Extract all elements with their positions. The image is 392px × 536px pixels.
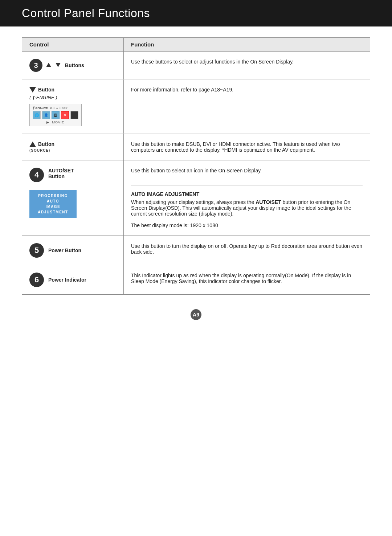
processing-box: PROCESSING AUTO IMAGE ADJUSTMENT — [29, 190, 77, 218]
table-header: Control Function — [22, 38, 370, 52]
fengine-osd-mockup: ƒ·ENGINE ▶ □ ▲ □ SET 🌐 👤 🖼 ✕ ▶ MOVIE — [29, 104, 82, 126]
source-function-text: Use this button to make DSUB, DVI or HDM… — [131, 141, 340, 153]
header-function: Function — [124, 38, 370, 51]
power-indicator-text: This Indicator lights up as red when the… — [131, 273, 351, 284]
header-function-label: Function — [131, 41, 154, 48]
control-source: Button (SOURCE) — [22, 134, 124, 160]
osd-bottom-label: ▶ MOVIE — [33, 120, 78, 124]
function-autoset: Use this button to select an icon in the… — [124, 160, 370, 236]
osd-icon-dark — [70, 111, 78, 119]
sub-row-source: Button (SOURCE) Use this button to make … — [22, 134, 370, 160]
osd-icon-user: 👤 — [42, 111, 50, 119]
osd-icons-row: 🌐 👤 🖼 ✕ — [33, 111, 78, 119]
table-row-4: 4 AUTO/SET Button PROCESSING AUTO IMAGE … — [22, 160, 370, 236]
control-autoset: 4 AUTO/SET Button PROCESSING AUTO IMAGE … — [22, 160, 124, 236]
page-number: A9 — [191, 309, 201, 320]
osd-top-bar: ƒ·ENGINE ▶ □ ▲ □ SET — [33, 106, 78, 110]
fengine-label: ( ƒ·ENGINE ) — [29, 95, 57, 100]
power-button-text: Use this button to turn the display on o… — [131, 243, 362, 255]
table-row-3: 3 Buttons Use these buttons to select or… — [22, 52, 370, 160]
triangle-up-icon — [46, 62, 52, 68]
autoset-button-label: Button — [48, 173, 65, 179]
autoset-intro: Use this button to select an icon in the… — [131, 168, 363, 173]
processing-line2: IMAGE ADJUSTMENT — [38, 205, 68, 214]
circle-3: 3 — [29, 59, 42, 72]
page-footer: A9 — [22, 309, 370, 320]
control-updown: 3 Buttons — [22, 52, 124, 79]
auto-image-section: AUTO IMAGE ADJUSTMENT When adjusting you… — [131, 185, 363, 228]
osd-icon-internet: 🌐 — [33, 111, 41, 119]
osd-icon-x: ✕ — [61, 111, 69, 119]
updown-function-text: Use these buttons to select or adjust fu… — [131, 59, 294, 65]
function-power-indicator: This Indicator lights up as red when the… — [124, 265, 370, 294]
circle-6: 6 — [29, 273, 44, 287]
triangle-up-large-icon — [29, 142, 36, 147]
table-row-5: 5 Power Button Use this button to turn t… — [22, 236, 370, 265]
control-power-button: 5 Power Button — [22, 236, 124, 265]
best-display-text: The best display mode is: 1920 x 1080 — [131, 222, 363, 228]
triangle-down-large-icon — [29, 87, 36, 93]
page-header: Control Panel Functions — [0, 0, 392, 26]
circle-4: 4 — [29, 168, 44, 182]
control-fengine: Button ( ƒ·ENGINE ) ƒ·ENGINE ▶ □ ▲ □ SET… — [22, 79, 124, 134]
osd-icon-landscape: 🖼 — [52, 111, 60, 119]
fengine-function-text: For more information, refer to page A18~… — [131, 87, 233, 93]
auto-image-text: When adjusting your display settings, al… — [131, 199, 363, 217]
function-fengine: For more information, refer to page A18~… — [124, 79, 370, 134]
header-control-label: Control — [29, 41, 49, 48]
power-indicator-label: Power Indicator — [48, 277, 86, 283]
control-table: Control Function 3 Buttons Use these but… — [22, 37, 370, 295]
auto-image-title: AUTO IMAGE ADJUSTMENT — [131, 191, 363, 197]
processing-line1: PROCESSING AUTO — [38, 194, 68, 203]
function-source: Use this button to make DSUB, DVI or HDM… — [124, 134, 370, 160]
source-label: (SOURCE) — [29, 148, 50, 152]
triangle-down-icon — [56, 62, 61, 68]
function-power-button: Use this button to turn the display on o… — [124, 236, 370, 265]
buttons-label: Buttons — [65, 62, 84, 68]
autoset-label: AUTO/SET — [48, 168, 74, 173]
source-button-label: Button — [38, 141, 54, 147]
table-row-6: 6 Power Indicator This Indicator lights … — [22, 265, 370, 294]
page-title: Control Panel Functions — [22, 7, 370, 20]
circle-5: 5 — [29, 243, 44, 258]
sub-row-updown: 3 Buttons Use these buttons to select or… — [22, 52, 370, 79]
control-power-indicator: 6 Power Indicator — [22, 265, 124, 294]
power-button-label: Power Button — [48, 247, 81, 253]
function-updown: Use these buttons to select or adjust fu… — [124, 52, 370, 79]
header-control: Control — [22, 38, 124, 51]
sub-row-fengine: Button ( ƒ·ENGINE ) ƒ·ENGINE ▶ □ ▲ □ SET… — [22, 79, 370, 134]
main-content: Control Function 3 Buttons Use these but… — [0, 37, 392, 320]
fengine-button-label: Button — [38, 87, 54, 93]
